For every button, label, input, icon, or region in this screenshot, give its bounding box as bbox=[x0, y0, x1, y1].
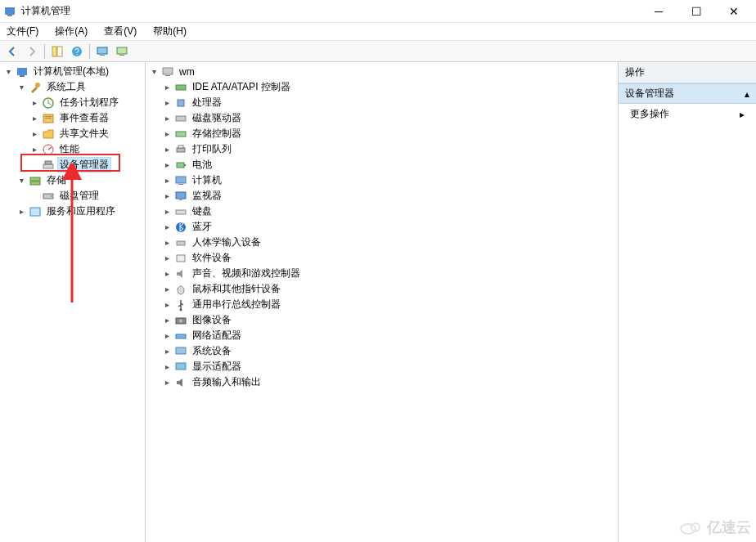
chevron-right-icon[interactable]: ▸ bbox=[162, 238, 172, 247]
chevron-right-icon[interactable]: ▸ bbox=[162, 176, 172, 185]
device-ide[interactable]: ▸IDE ATA/ATAPI 控制器 bbox=[159, 79, 618, 95]
device-computer[interactable]: ▸计算机 bbox=[159, 172, 618, 188]
tree-label: 计算机管理(本地) bbox=[31, 64, 111, 79]
chevron-right-icon[interactable]: ▸ bbox=[162, 207, 172, 216]
chevron-down-icon[interactable]: ▾ bbox=[149, 67, 159, 76]
storage-icon bbox=[29, 174, 42, 187]
close-button[interactable]: ✕ bbox=[715, 0, 753, 23]
chevron-right-icon[interactable]: ▸ bbox=[162, 378, 172, 387]
tree-system-tools[interactable]: ▾ 系统工具 bbox=[13, 79, 145, 95]
chevron-right-icon[interactable]: ▸ bbox=[29, 129, 39, 138]
device-hid[interactable]: ▸人体学输入设备 bbox=[159, 235, 618, 250]
svg-point-23 bbox=[51, 195, 52, 197]
audio-io-icon bbox=[174, 376, 187, 389]
menu-help[interactable]: 帮助(H) bbox=[150, 23, 190, 40]
chevron-right-icon[interactable]: ▸ bbox=[162, 253, 172, 262]
chevron-right-icon[interactable]: ▸ bbox=[29, 145, 39, 154]
svg-rect-6 bbox=[97, 47, 107, 54]
device-keyboards[interactable]: ▸键盘 bbox=[159, 204, 618, 219]
device-disk-drives[interactable]: ▸磁盘驱动器 bbox=[159, 110, 618, 126]
chevron-right-icon[interactable]: ▸ bbox=[29, 98, 39, 107]
tree-shared-folders[interactable]: ▸ 共享文件夹 bbox=[26, 126, 145, 141]
device-print-queues[interactable]: ▸打印队列 bbox=[159, 141, 618, 157]
help-button[interactable]: ? bbox=[68, 43, 86, 60]
chevron-right-icon[interactable]: ▸ bbox=[162, 362, 172, 371]
tree-event-viewer[interactable]: ▸ 事件查看器 bbox=[26, 110, 145, 126]
tree-services-apps[interactable]: ▸ 服务和应用程序 bbox=[13, 204, 145, 219]
tree-storage[interactable]: ▾ 存储 bbox=[13, 172, 145, 188]
device-imaging[interactable]: ▸图像设备 bbox=[159, 312, 618, 328]
device-batteries[interactable]: ▸电池 bbox=[159, 157, 618, 172]
chevron-right-icon[interactable]: ▸ bbox=[162, 98, 172, 107]
chevron-right-icon[interactable]: ▸ bbox=[162, 347, 172, 356]
chevron-right-icon[interactable]: ▸ bbox=[16, 207, 26, 216]
left-tree-pane[interactable]: ▾ 计算机管理(本地) ▾ 系统工具 ▸ 任务计划程序 ▸ bbox=[0, 62, 146, 542]
svg-rect-34 bbox=[184, 164, 186, 166]
chevron-down-icon[interactable]: ▾ bbox=[16, 83, 26, 92]
forward-button[interactable] bbox=[23, 43, 41, 60]
chevron-right-icon[interactable]: ▸ bbox=[162, 191, 172, 200]
tree-label: 声音、视频和游戏控制器 bbox=[190, 266, 303, 281]
device-bluetooth[interactable]: ▸蓝牙 bbox=[159, 219, 618, 235]
collapse-icon[interactable]: ▴ bbox=[745, 88, 749, 100]
svg-rect-27 bbox=[176, 85, 186, 90]
more-actions-link[interactable]: 更多操作 ▸ bbox=[619, 104, 756, 124]
device-software-devices[interactable]: ▸软件设备 bbox=[159, 250, 618, 266]
services-icon bbox=[29, 205, 42, 218]
view-devices-button[interactable] bbox=[93, 43, 111, 60]
actions-header: 操作 bbox=[619, 62, 756, 83]
chevron-right-icon[interactable]: ▸ bbox=[162, 160, 172, 169]
device-display-adapters[interactable]: ▸显示适配器 bbox=[159, 359, 618, 374]
chevron-right-icon[interactable]: ▸ bbox=[162, 222, 172, 231]
window-controls: ─ ☐ ✕ bbox=[640, 0, 753, 23]
view-resources-button[interactable] bbox=[113, 43, 131, 60]
device-cpu[interactable]: ▸处理器 bbox=[159, 95, 618, 110]
chevron-right-icon[interactable]: ▸ bbox=[162, 83, 172, 92]
back-button[interactable] bbox=[3, 43, 21, 60]
shared-folders-icon bbox=[42, 128, 55, 141]
chevron-right-icon[interactable]: ▸ bbox=[162, 145, 172, 154]
actions-section[interactable]: 设备管理器 ▴ bbox=[619, 83, 756, 104]
menu-view[interactable]: 查看(V) bbox=[101, 23, 140, 40]
menu-action[interactable]: 操作(A) bbox=[52, 23, 91, 40]
tree-disk-management[interactable]: 磁盘管理 bbox=[26, 188, 145, 204]
tree-label: 显示适配器 bbox=[190, 359, 244, 374]
chevron-right-icon[interactable]: ▸ bbox=[162, 129, 172, 138]
svg-rect-47 bbox=[176, 334, 186, 338]
chevron-right-icon[interactable]: ▸ bbox=[162, 269, 172, 278]
chevron-right-icon[interactable]: ▸ bbox=[162, 114, 172, 123]
chevron-right-icon[interactable]: ▸ bbox=[162, 316, 172, 325]
tree-performance[interactable]: ▸ 性能 bbox=[26, 141, 145, 157]
chevron-right-icon[interactable]: ▸ bbox=[162, 300, 172, 309]
device-mice[interactable]: ▸鼠标和其他指针设备 bbox=[159, 281, 618, 297]
device-audio-io[interactable]: ▸音频输入和输出 bbox=[159, 374, 618, 390]
tree-label: 鼠标和其他指针设备 bbox=[190, 281, 283, 297]
menu-file[interactable]: 文件(F) bbox=[3, 23, 42, 40]
device-root[interactable]: ▾ wm bbox=[146, 64, 618, 79]
device-usb[interactable]: ▸通用串行总线控制器 bbox=[159, 297, 618, 312]
svg-point-12 bbox=[35, 83, 40, 87]
device-sound[interactable]: ▸声音、视频和游戏控制器 bbox=[159, 266, 618, 281]
svg-text:?: ? bbox=[74, 47, 79, 56]
device-monitors[interactable]: ▸监视器 bbox=[159, 188, 618, 204]
tree-task-scheduler[interactable]: ▸ 任务计划程序 bbox=[26, 95, 145, 110]
device-network[interactable]: ▸网络适配器 bbox=[159, 328, 618, 343]
chevron-right-icon[interactable]: ▸ bbox=[162, 331, 172, 340]
tree-device-manager[interactable]: 设备管理器 bbox=[26, 157, 145, 172]
device-tree-pane[interactable]: ▾ wm ▸IDE ATA/ATAPI 控制器 ▸处理器 ▸磁盘驱动器 ▸存储控… bbox=[146, 62, 619, 542]
chevron-down-icon[interactable]: ▾ bbox=[3, 67, 13, 76]
svg-rect-2 bbox=[52, 47, 56, 56]
tree-root-computer-management[interactable]: ▾ 计算机管理(本地) bbox=[0, 64, 145, 79]
svg-rect-48 bbox=[176, 347, 186, 354]
show-hide-tree-button[interactable] bbox=[48, 43, 66, 60]
minimize-button[interactable]: ─ bbox=[640, 0, 677, 23]
chevron-right-icon[interactable]: ▸ bbox=[29, 114, 39, 123]
device-system-devices[interactable]: ▸系统设备 bbox=[159, 343, 618, 359]
chevron-down-icon[interactable]: ▾ bbox=[16, 176, 26, 185]
svg-rect-1 bbox=[7, 15, 12, 16]
svg-point-46 bbox=[179, 319, 182, 322]
device-storage-controllers[interactable]: ▸存储控制器 bbox=[159, 126, 618, 141]
chevron-right-icon[interactable]: ▸ bbox=[162, 284, 172, 293]
maximize-button[interactable]: ☐ bbox=[677, 0, 715, 23]
svg-rect-19 bbox=[45, 161, 52, 164]
